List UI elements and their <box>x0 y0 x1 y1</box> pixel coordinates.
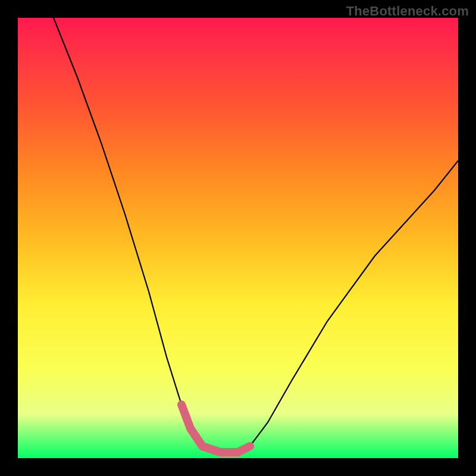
watermark-label: TheBottleneck.com <box>346 4 469 19</box>
bottleneck-curve <box>18 18 458 458</box>
bottom-flat-segment <box>181 405 250 452</box>
main-curve-path <box>54 18 458 452</box>
